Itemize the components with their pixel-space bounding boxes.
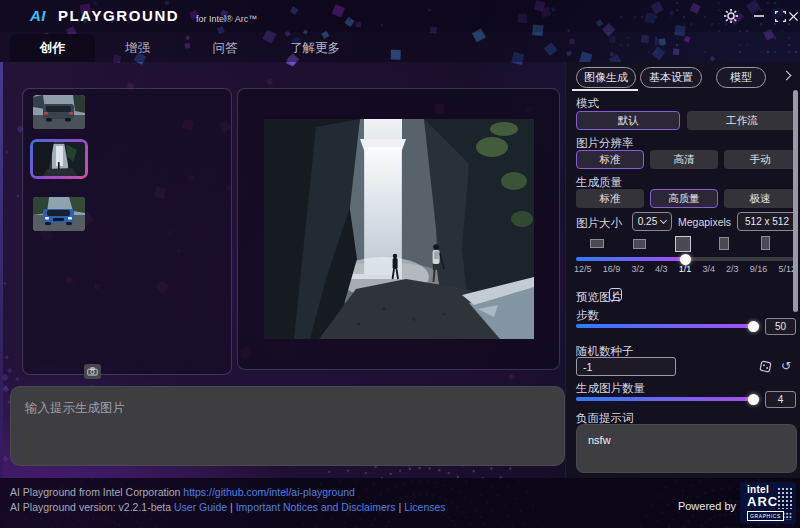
count-slider-thumb[interactable] — [748, 394, 759, 405]
generated-image-waterfall-canyon[interactable] — [264, 119, 534, 339]
left-edge-glow — [0, 62, 3, 478]
camera-icon[interactable] — [84, 364, 101, 379]
count-label: 生成图片数量 — [576, 381, 645, 396]
thumbnail-canyon-selected[interactable] — [30, 139, 88, 179]
tab-create[interactable]: 创作 — [10, 34, 95, 62]
intel-arc-graphics-logo: intel ARC GRAPHICS — [740, 482, 796, 524]
gallery-panel — [22, 88, 232, 375]
megapixels-unit: Megapixels — [678, 216, 731, 228]
resolution-standard-button[interactable]: 标准 — [576, 150, 644, 169]
tab-answer[interactable]: 问答 — [180, 34, 270, 62]
steps-label: 步数 — [576, 308, 599, 323]
generated-image-canvas — [237, 88, 560, 370]
app-title: PLAYGROUND — [58, 7, 179, 24]
image-size-label: 图片大小 — [576, 216, 622, 231]
ai-logo: AI — [30, 7, 46, 24]
footer-line2: AI Playground version: v2.2.1-beta User … — [10, 501, 446, 513]
count-slider-track[interactable] — [576, 397, 760, 401]
megapixels-dropdown[interactable]: 0.25 — [632, 212, 672, 231]
ratio-preset-portrait[interactable] — [719, 237, 729, 250]
minimize-icon[interactable] — [750, 7, 768, 25]
mode-workflow-button[interactable]: 工作流 — [687, 111, 797, 130]
mode-default-button[interactable]: 默认 — [576, 111, 680, 130]
resolution-manual-button[interactable]: 手动 — [724, 150, 796, 169]
panel-tab-model[interactable]: 模型 — [716, 67, 766, 88]
ratio-slider-thumb[interactable] — [680, 254, 691, 265]
negative-prompt-input[interactable]: nsfw — [577, 425, 796, 472]
resolution-label: 图片分辨率 — [576, 136, 634, 151]
user-guide-link[interactable]: User Guide — [174, 501, 227, 513]
notices-link[interactable]: Important Notices and Disclaimers — [236, 501, 396, 513]
steps-slider-track[interactable] — [576, 324, 760, 328]
negative-prompt-container: nsfw — [576, 424, 797, 473]
titlebar: AI PLAYGROUND for Intel® Arc™ — [0, 0, 800, 32]
tab-enhance[interactable]: 增强 — [95, 34, 180, 62]
arc-logo-dots-small — [782, 512, 792, 520]
powered-by-text: Powered by — [678, 500, 736, 512]
active-tab-underline — [572, 89, 638, 91]
count-value[interactable]: 4 — [765, 391, 796, 408]
ratio-labels: 12/516/93/24/31/13/42/39/165/12 — [574, 264, 796, 274]
steps-slider-thumb[interactable] — [748, 321, 759, 332]
ratio-preset-wide[interactable] — [590, 239, 604, 248]
mode-label: 模式 — [576, 96, 599, 111]
github-link[interactable]: https://github.com/intel/ai-playground — [183, 486, 355, 498]
thumbnail-image-car — [33, 197, 85, 231]
seed-input[interactable] — [576, 357, 676, 376]
thumbnail-image-canyon — [33, 142, 85, 176]
check-icon: ✓ — [611, 289, 619, 300]
quality-high-button[interactable]: 高质量 — [650, 189, 718, 208]
settings-gear-icon[interactable] — [722, 7, 740, 25]
quality-fast-button[interactable]: 极速 — [724, 189, 796, 208]
panel-scrollbar[interactable] — [793, 90, 798, 312]
settings-panel: 图像生成 基本设置 模型 模式 默认 工作流 图片分辨率 标准 高清 手动 生成… — [565, 62, 800, 478]
arc-logo-dots — [777, 487, 792, 509]
ratio-preset-square[interactable] — [675, 236, 691, 252]
footer: AI Playground from Intel Corporation htt… — [0, 478, 800, 528]
thumbnail-image-suv — [33, 95, 85, 129]
undo-icon[interactable]: ↺ — [778, 358, 794, 374]
ratio-preset-tall[interactable] — [761, 236, 770, 250]
app-subtitle: for Intel® Arc™ — [196, 14, 257, 24]
main-nav: 创作 增强 问答 了解更多 — [0, 32, 800, 62]
prompt-input[interactable] — [11, 387, 564, 465]
dimensions-value[interactable]: 512 x 512 — [737, 212, 797, 231]
resolution-hd-button[interactable]: 高清 — [650, 150, 718, 169]
thumbnail-suv-rear[interactable] — [33, 95, 85, 129]
licenses-link[interactable]: Licenses — [404, 501, 445, 513]
dice-icon[interactable] — [757, 358, 773, 374]
prompt-input-container — [10, 386, 565, 466]
chevron-down-icon — [660, 216, 667, 223]
panel-expand-chevron-icon[interactable] — [782, 71, 792, 81]
quality-label: 生成质量 — [576, 175, 622, 190]
panel-tab-image-generation[interactable]: 图像生成 — [576, 67, 636, 88]
ratio-preset-169[interactable] — [633, 239, 646, 249]
preview-checkbox[interactable]: ✓ — [609, 288, 622, 301]
close-icon[interactable] — [787, 7, 800, 25]
footer-line1: AI Playground from Intel Corporation htt… — [10, 486, 355, 498]
app-window: AI PLAYGROUND for Intel® Arc™ 创作 增强 问答 了… — [0, 0, 800, 528]
steps-value[interactable]: 50 — [765, 318, 796, 335]
thumbnail-car-road[interactable] — [33, 197, 85, 231]
tab-learn-more[interactable]: 了解更多 — [270, 34, 360, 62]
panel-tab-basic-settings[interactable]: 基本设置 — [640, 67, 702, 88]
quality-standard-button[interactable]: 标准 — [576, 189, 644, 208]
